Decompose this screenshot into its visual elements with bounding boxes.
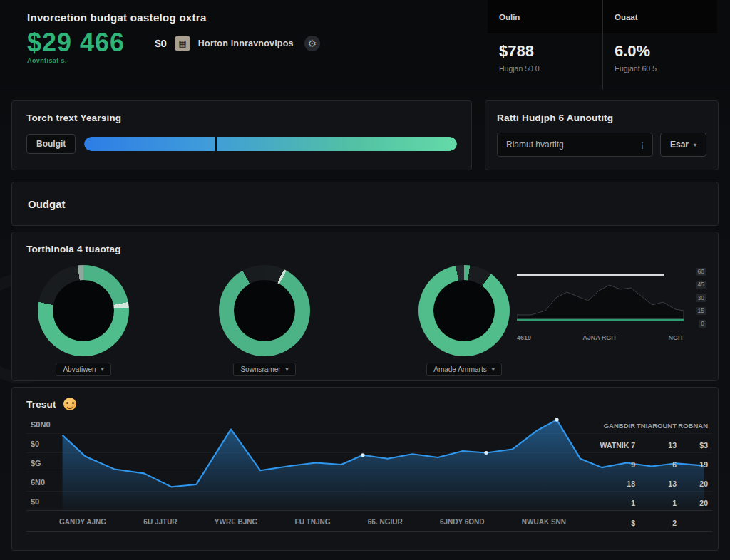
budget-progress-bar	[84, 137, 457, 151]
header-stats: $29 466 Aovntisat s. $0 ▦ Horton Innravn…	[27, 29, 488, 64]
trend-y-label: S0N0	[31, 416, 59, 433]
year-dropdown-button[interactable]: Esar ▾	[660, 133, 706, 157]
donut-label-text-1: Abvatiwen	[63, 365, 96, 373]
table-cell: 18	[574, 479, 635, 488]
donut-group-3: Amade Amrnarts ▾	[400, 265, 528, 376]
donut-label-dropdown-3[interactable]: Amade Amrnarts ▾	[426, 363, 502, 376]
trend-y-label: $G	[31, 455, 59, 472]
line-point-marker	[361, 453, 364, 457]
donut-group-1: Abvatiwen ▾	[19, 265, 148, 376]
trend-title: Tresut	[26, 399, 56, 410]
donut-label-text-2: Sownsramer	[240, 365, 280, 373]
mini-x-label: NGIT	[668, 334, 684, 341]
budget-button[interactable]: Boulgit	[26, 134, 76, 154]
chevron-down-icon: ▾	[694, 142, 696, 148]
tracking-row: Boulgit	[26, 134, 457, 154]
mini-y-label: 0	[699, 320, 706, 328]
budget-section-label: Oudgat	[28, 198, 66, 210]
tracking-card: Torch trext Yearsing Boulgit	[11, 100, 472, 170]
metric-sublabel-2: Eugjant 60 5	[615, 64, 717, 73]
metric-column-head-1: Oulin	[488, 0, 602, 33]
image-badge-icon: ▦	[175, 36, 190, 51]
allocation-card: Torthinoia 4 tuaotag Abvatiwen ▾ Sownsra…	[11, 232, 719, 381]
total-budget-sublabel: Aovntisat s.	[27, 57, 125, 64]
rating-select-value: Riamut hvartitg	[506, 140, 564, 150]
secondary-stat-value: $0	[155, 37, 167, 49]
metric-column-head-2: Ouaat	[602, 0, 717, 33]
table-cell: 13	[635, 479, 677, 488]
table-cell: $	[574, 519, 635, 527]
header-metrics-panel: Oulin Ouaat $788 Hugjan 50 0 6.0% Eugjan…	[488, 0, 717, 90]
mini-chart-plot: 604530150	[517, 268, 708, 328]
total-budget-stat: $29 466 Aovntisat s.	[27, 29, 125, 64]
trend-y-label: $0	[31, 493, 59, 510]
chevron-down-icon: ▾	[492, 366, 495, 373]
table-cell: 9	[574, 460, 635, 469]
trend-x-label: 6JNDY 6OND	[440, 518, 485, 526]
donut-label-dropdown-2[interactable]: Sownsramer ▾	[233, 363, 295, 376]
table-cell: 20	[677, 479, 708, 488]
trend-x-label: NWUAK SNN	[522, 518, 566, 526]
donut-chart-2	[219, 265, 310, 356]
metric-value-2: 6.0%	[615, 42, 717, 61]
secondary-stat: $0 ▦ Horton Innravnovlpos ⚙	[155, 36, 320, 51]
mini-area-chart: 604530150 4619AJNA RGITNGIT	[517, 268, 708, 341]
trend-title-row: Tresut	[12, 388, 718, 410]
dashboard-page: Invorcetion budgat oastelog oxtra $29 46…	[0, 0, 730, 560]
trend-y-label: 6N0	[31, 474, 59, 491]
trend-x-label: 6U JJTUR	[143, 518, 177, 526]
table-cell: TNIAROUNT	[635, 422, 677, 430]
table-cell: 2	[635, 519, 677, 527]
mini-x-label: AJNA RGIT	[582, 334, 617, 341]
donut-chart-3	[418, 265, 510, 356]
year-dropdown-label: Esar	[670, 140, 689, 150]
table-row: 9619	[574, 455, 708, 474]
trend-card: Tresut S0N0$0$G6N0$0 GANBDIR	[11, 387, 719, 551]
line-point-marker	[484, 451, 488, 455]
allocation-title: Torthinoia 4 tuaotag	[26, 244, 121, 254]
mini-x-label: 4619	[517, 334, 531, 341]
donut-label-dropdown-1[interactable]: Abvatiwen ▾	[56, 363, 110, 376]
donut-chart-1	[38, 265, 129, 356]
chevron-down-icon: ▾	[286, 366, 289, 373]
trend-y-label: $0	[31, 435, 59, 452]
table-cell: GANBDIR	[574, 422, 635, 430]
mini-chart-svg	[517, 268, 684, 328]
table-cell: 20	[677, 499, 708, 507]
trend-x-label: 66. NGIUR	[368, 518, 403, 526]
tracking-card-title: Torch trext Yearsing	[26, 113, 457, 123]
table-cell: ROBNAN	[677, 422, 708, 430]
table-row: WATNIK 713$3	[574, 435, 708, 455]
budget-progress-fill	[84, 137, 457, 151]
trend-x-label: GANDY AJNG	[59, 518, 106, 526]
gear-icon[interactable]: ⚙	[304, 36, 320, 51]
cards-row: Torch trext Yearsing Boulgit Ratti Hudjp…	[11, 100, 719, 170]
mini-y-label: 60	[696, 268, 706, 276]
table-cell: WATNIK 7	[574, 441, 635, 450]
metric-cell-1: $788 Hugjan 50 0	[488, 33, 602, 90]
line-point-marker	[555, 418, 558, 422]
mini-y-label: 15	[696, 307, 706, 315]
rating-card-title: Ratti Hudjph 6 Aunoutitg	[497, 113, 706, 123]
smiley-emoji-icon	[63, 398, 76, 410]
header: Invorcetion budgat oastelog oxtra $29 46…	[0, 0, 730, 90]
trend-x-axis: GANDY AJNG6U JJTURYWRE BJNGFU TNJNG66. N…	[59, 513, 566, 530]
select-mark-icon: ¡	[641, 140, 644, 150]
trend-table-footer: $2	[574, 513, 708, 532]
total-budget-value: $29 466	[27, 29, 125, 56]
rating-card: Ratti Hudjph 6 Aunoutitg Riamut hvartitg…	[485, 100, 719, 170]
rating-row: Riamut hvartitg ¡ Esar ▾	[497, 133, 706, 157]
mini-y-label: 30	[696, 294, 706, 302]
table-cell: 6	[635, 460, 677, 469]
rating-select[interactable]: Riamut hvartitg ¡	[497, 133, 653, 157]
table-row: 1120	[574, 493, 708, 512]
table-cell: $3	[677, 441, 708, 450]
progress-notch	[215, 137, 217, 151]
metric-value-1: $788	[499, 42, 602, 61]
table-cell: 19	[677, 460, 708, 469]
table-header-row: GANBDIRTNIAROUNTROBNAN	[574, 416, 708, 435]
header-left: Invorcetion budgat oastelog oxtra $29 46…	[0, 0, 488, 90]
metric-sublabel-1: Hugjan 50 0	[499, 64, 602, 73]
metric-cell-2: 6.0% Eugjant 60 5	[602, 33, 717, 90]
budget-section-header: Oudgat	[11, 182, 719, 226]
